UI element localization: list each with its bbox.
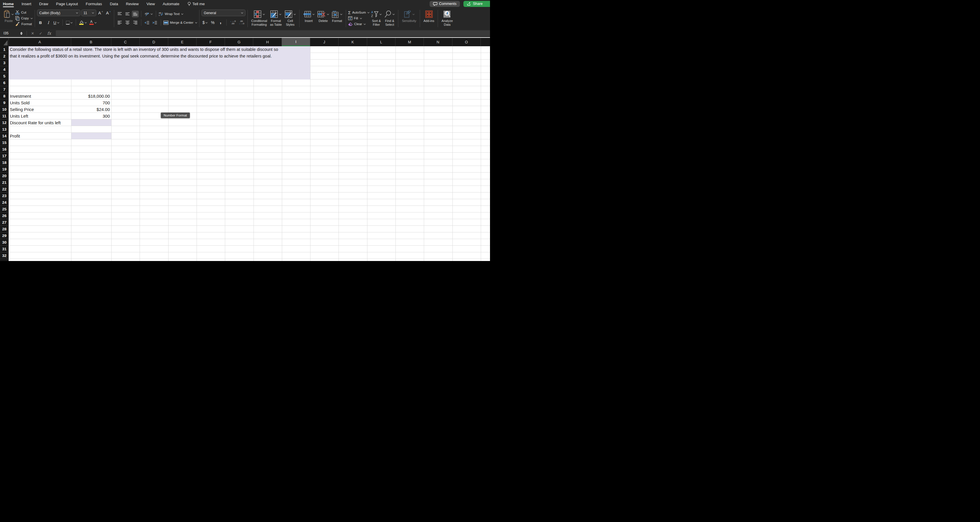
format-as-table-chevron[interactable]	[279, 13, 281, 15]
fill-color-button[interactable]	[78, 19, 88, 26]
align-top-button[interactable]	[116, 11, 123, 18]
row-header-11[interactable]: 11	[0, 113, 9, 119]
sensitivity-button[interactable]: Sensitivity	[400, 8, 418, 29]
cell-A12[interactable]: Discount Rate for units left	[10, 119, 61, 126]
paste-button[interactable]: Paste	[2, 8, 15, 29]
column-header-O[interactable]: O	[452, 38, 481, 46]
row-header-23[interactable]: 23	[0, 193, 9, 199]
orientation-button[interactable]: ab	[144, 11, 153, 18]
add-ins-button[interactable]: Add-ins	[422, 8, 436, 29]
column-header-K[interactable]: K	[339, 38, 367, 46]
cell-styles-button[interactable]: Cell Styles	[283, 8, 297, 29]
fill-color-chevron[interactable]	[85, 21, 87, 23]
align-left-button[interactable]	[116, 19, 123, 26]
delete-cells-button[interactable]: Delete	[316, 8, 331, 29]
row-header-13[interactable]: 13	[0, 126, 9, 133]
clear-chevron[interactable]	[364, 22, 366, 25]
font-color-chevron[interactable]	[94, 21, 97, 23]
row-header-14[interactable]: 14	[0, 133, 9, 139]
comments-button[interactable]: Comments	[430, 1, 460, 7]
column-header-C[interactable]: C	[111, 38, 140, 46]
row-header-33[interactable]: 33	[0, 259, 9, 261]
cancel-button[interactable]: ✕	[29, 31, 37, 35]
decrease-indent-button[interactable]	[144, 19, 151, 26]
menu-tab-insert[interactable]: Insert	[22, 0, 32, 8]
format-cells-button[interactable]: Format	[331, 8, 344, 29]
row-header-20[interactable]: 20	[0, 173, 9, 179]
row-header-6[interactable]: 6	[0, 80, 9, 86]
format-as-table-button[interactable]: Format as Table	[269, 8, 283, 29]
enter-button[interactable]: ✓	[37, 31, 45, 35]
cell-B11[interactable]: 300	[71, 113, 110, 119]
conditional-formatting-button[interactable]: Conditional Formatting	[250, 8, 269, 29]
insert-cells-chevron[interactable]	[312, 13, 315, 15]
menu-tab-page-layout[interactable]: Page Layout	[56, 0, 78, 8]
row-header-28[interactable]: 28	[0, 226, 9, 232]
row-header-7[interactable]: 7	[0, 86, 9, 93]
autosum-button[interactable]: Σ AutoSum	[348, 10, 370, 15]
column-header-B[interactable]: B	[71, 38, 111, 46]
fill-button[interactable]: Fill	[348, 15, 370, 21]
cell-A9[interactable]: Units Sold	[10, 99, 30, 106]
borders-button[interactable]	[65, 19, 73, 26]
wrap-text-chevron[interactable]	[181, 13, 183, 14]
align-right-button[interactable]	[132, 19, 139, 26]
font-name-select[interactable]: Calibri (Body)	[37, 10, 80, 16]
row-header-3[interactable]: 3	[0, 59, 9, 66]
row-header-21[interactable]: 21	[0, 179, 9, 186]
highlighted-cell-B12[interactable]	[72, 119, 111, 126]
number-format-select[interactable]: General	[202, 10, 245, 16]
delete-cells-chevron[interactable]	[327, 13, 329, 15]
name-box-spinner[interactable]	[20, 32, 22, 35]
bold-button[interactable]: B	[37, 19, 44, 26]
row-header-17[interactable]: 17	[0, 153, 9, 159]
row-header-26[interactable]: 26	[0, 212, 9, 219]
decrease-decimal-button[interactable]: ←←0.00	[229, 19, 237, 26]
insert-cells-button[interactable]: Insert	[302, 8, 316, 29]
row-header-4[interactable]: 4	[0, 66, 9, 73]
orientation-chevron[interactable]	[151, 13, 153, 14]
column-header-M[interactable]: M	[396, 38, 424, 46]
formula-input[interactable]	[56, 30, 490, 36]
row-header-12[interactable]: 12	[0, 119, 9, 126]
conditional-formatting-chevron[interactable]	[263, 13, 265, 15]
menu-tab-formulas[interactable]: Formulas	[86, 0, 102, 8]
column-header-F[interactable]: F	[197, 38, 225, 46]
comma-button[interactable]: ,	[217, 19, 224, 26]
cell-A11[interactable]: Units Left	[10, 113, 28, 119]
row-header-24[interactable]: 24	[0, 199, 9, 206]
autosum-chevron[interactable]	[368, 11, 369, 13]
font-color-button[interactable]: A	[89, 19, 97, 26]
increase-indent-button[interactable]	[151, 19, 158, 26]
column-header-A[interactable]: A	[9, 38, 71, 46]
name-box[interactable]: I35	[0, 31, 20, 35]
cell-B8[interactable]: $18,000.00	[71, 93, 110, 99]
menu-tab-view[interactable]: View	[146, 0, 155, 8]
column-header-E[interactable]: E	[168, 38, 197, 46]
highlighted-cell-B14[interactable]	[72, 133, 111, 139]
format-painter-button[interactable]: Format	[15, 21, 33, 27]
sort-filter-button[interactable]: A Z Sort & Filter	[369, 8, 383, 29]
row-header-10[interactable]: 10	[0, 106, 9, 113]
column-header-N[interactable]: N	[424, 38, 452, 46]
underline-button[interactable]: U	[52, 19, 60, 26]
cell-A14[interactable]: Profit	[10, 133, 20, 139]
cell-B9[interactable]: 700	[71, 99, 110, 106]
row-header-18[interactable]: 18	[0, 159, 9, 166]
column-header-G[interactable]: G	[225, 38, 253, 46]
select-all-corner[interactable]	[0, 38, 9, 46]
spinner-down-icon[interactable]	[20, 33, 22, 35]
column-header-D[interactable]: D	[140, 38, 168, 46]
merge-center-button[interactable]: Merge & Center	[163, 19, 197, 26]
row-header-25[interactable]: 25	[0, 206, 9, 212]
tell-me-button[interactable]: Tell me	[187, 2, 205, 6]
increase-decimal-button[interactable]: .00→→0	[238, 19, 245, 26]
column-header-L[interactable]: L	[367, 38, 396, 46]
fill-chevron[interactable]	[360, 17, 362, 19]
row-header-5[interactable]: 5	[0, 73, 9, 80]
sort-filter-chevron[interactable]	[380, 13, 382, 15]
menu-tab-automate[interactable]: Automate	[163, 0, 180, 8]
row-header-19[interactable]: 19	[0, 166, 9, 173]
spinner-up-icon[interactable]	[20, 32, 22, 33]
column-header-I[interactable]: I	[282, 38, 310, 46]
